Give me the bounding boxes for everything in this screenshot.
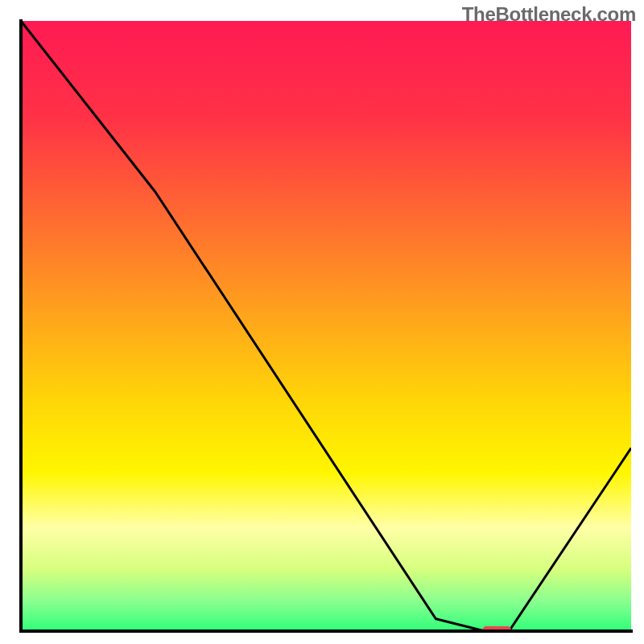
plot-area [21, 21, 631, 634]
watermark: TheBottleneck.com [462, 3, 636, 26]
chart-canvas [0, 0, 644, 644]
gradient-background [21, 21, 631, 631]
bottleneck-chart: TheBottleneck.com [0, 0, 644, 644]
